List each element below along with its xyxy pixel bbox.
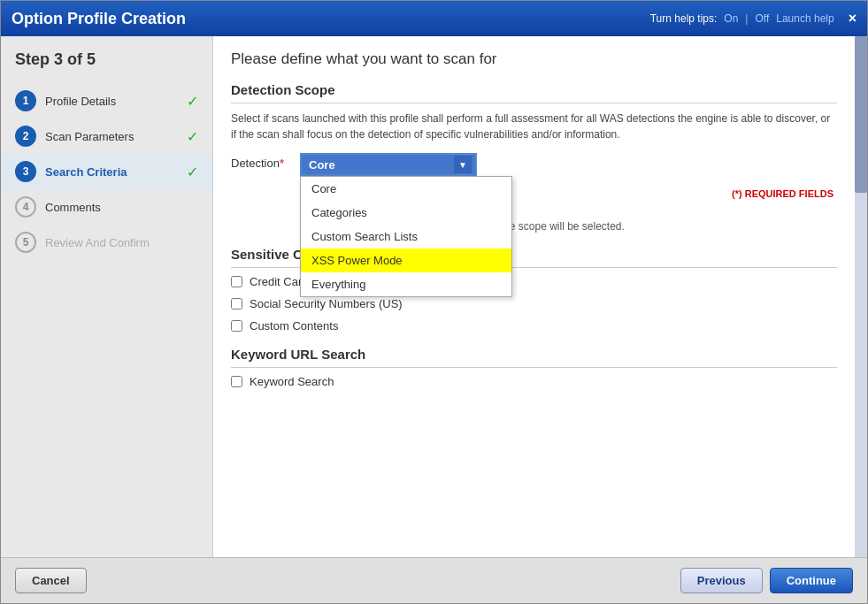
sidebar-item-profile-details[interactable]: 1 Profile Details ✓ <box>1 83 212 119</box>
step-3-check: ✓ <box>187 164 198 180</box>
step-3-label: Search Criteria <box>45 165 183 179</box>
detection-scope-title: Detection Scope <box>231 82 837 103</box>
detection-label: Detection* <box>231 153 293 170</box>
detection-select-display[interactable]: Core ▼ <box>300 153 477 176</box>
sidebar: Step 3 of 5 1 Profile Details ✓ 2 Scan P… <box>1 36 213 557</box>
sidebar-item-comments[interactable]: 4 Comments <box>1 189 212 225</box>
page-title-plain: Please define <box>231 50 326 67</box>
keyword-url-search-title: Keyword URL Search <box>231 347 837 368</box>
dropdown-item-categories[interactable]: Categories <box>301 201 511 225</box>
dropdown-item-custom-search[interactable]: Custom Search Lists <box>301 225 511 248</box>
page-title-emphasis: what you want to scan for <box>326 50 497 67</box>
sidebar-item-scan-parameters[interactable]: 2 Scan Parameters ✓ <box>1 119 212 154</box>
dropdown-item-everything[interactable]: Everything <box>301 272 511 296</box>
dropdown-item-xss-power[interactable]: XSS Power Mode <box>301 248 511 272</box>
step-2-num: 2 <box>15 126 36 147</box>
app-title: Option Profile Creation <box>12 10 186 28</box>
step-3-num: 3 <box>15 161 36 182</box>
step-5-num: 5 <box>15 232 36 253</box>
required-fields-note: (*) REQUIRED FIELDS <box>732 188 833 199</box>
cancel-button[interactable]: Cancel <box>15 568 87 593</box>
help-tips-label: Turn help tips: <box>650 12 718 25</box>
keyword-search-row: Keyword Search <box>231 375 837 388</box>
scrollbar-thumb[interactable] <box>855 36 867 193</box>
step-5-label: Review And Confirm <box>45 236 198 249</box>
step-2-check: ✓ <box>187 128 198 145</box>
detection-required: * <box>280 157 284 170</box>
step-1-label: Profile Details <box>45 95 183 108</box>
step-4-num: 4 <box>15 196 36 218</box>
step-2-label: Scan Parameters <box>45 130 183 143</box>
continue-button[interactable]: Continue <box>770 568 853 593</box>
custom-contents-label: Custom Contents <box>250 319 338 333</box>
sidebar-item-search-criteria[interactable]: 3 Search Criteria ✓ <box>1 154 212 189</box>
footer-nav-buttons: Previous Continue <box>680 568 853 593</box>
scrollbar[interactable] <box>855 36 867 557</box>
footer: Cancel Previous Continue <box>1 557 867 603</box>
help-sep: | <box>745 12 748 25</box>
detection-field-row: Detection* Core ▼ Core Categor <box>231 153 837 176</box>
close-icon[interactable]: × <box>849 11 856 27</box>
custom-contents-checkbox[interactable] <box>231 320 242 332</box>
step-1-check: ✓ <box>187 93 198 110</box>
help-on-link[interactable]: On <box>724 12 738 25</box>
keyword-search-checkbox[interactable] <box>231 376 242 387</box>
previous-button[interactable]: Previous <box>680 568 763 593</box>
ssn-checkbox[interactable] <box>231 298 242 310</box>
detection-select-wrapper[interactable]: Core ▼ Core Categories Custom Search Lis… <box>300 153 477 176</box>
credit-card-checkbox[interactable] <box>231 276 242 287</box>
custom-contents-row: Custom Contents <box>231 319 837 333</box>
ssn-label: Social Security Numbers (US) <box>250 297 403 310</box>
ssn-row: Social Security Numbers (US) <box>231 297 837 310</box>
app-header: Option Profile Creation Turn help tips: … <box>1 1 867 36</box>
help-off-link[interactable]: Off <box>755 12 769 25</box>
launch-help-link[interactable]: Launch help <box>776 12 833 25</box>
detection-description: Select if scans launched with this profi… <box>231 111 837 142</box>
keyword-url-search-section: Keyword URL Search Keyword Search <box>231 347 837 388</box>
page-title: Please define what you want to scan for <box>231 50 837 68</box>
step-heading: Step 3 of 5 <box>1 50 212 83</box>
step-4-label: Comments <box>45 201 198 214</box>
dropdown-item-core[interactable]: Core <box>301 177 511 201</box>
keyword-search-label: Keyword Search <box>250 375 334 388</box>
main-content: Please define what you want to scan for … <box>213 36 855 557</box>
sidebar-item-review: 5 Review And Confirm <box>1 225 212 260</box>
detection-dropdown-arrow[interactable]: ▼ <box>454 156 472 173</box>
detection-scope-section: Detection Scope (*) REQUIRED FIELDS Sele… <box>231 82 837 233</box>
header-help-area: Turn help tips: On | Off Launch help × <box>650 11 856 27</box>
detection-selected-value: Core <box>309 158 335 172</box>
detection-dropdown-menu: Core Categories Custom Search Lists XSS … <box>300 176 512 297</box>
step-1-num: 1 <box>15 90 36 111</box>
